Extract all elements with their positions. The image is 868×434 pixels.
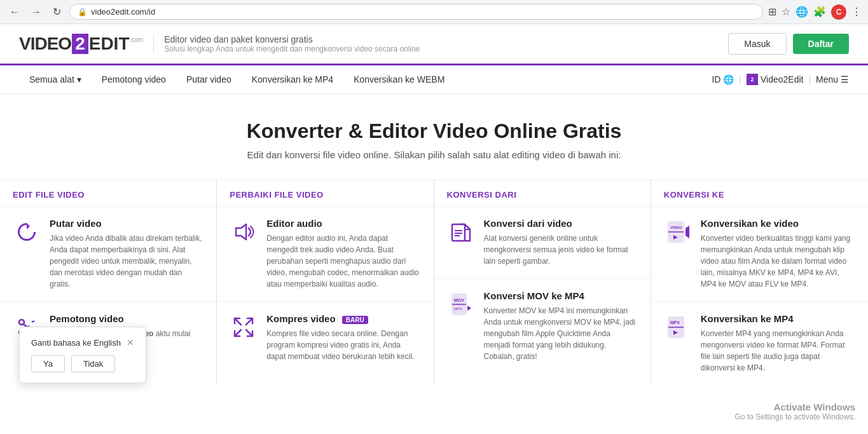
nav-menu-text: Menu ☰	[816, 74, 849, 85]
svg-marker-5	[236, 224, 246, 240]
popup-title: Ganti bahasa ke English	[31, 338, 121, 348]
card-putar-video-content: Putar video Jika video Anda dibalik atau…	[50, 218, 203, 290]
card-konversikan-ke-video-desc: Konverter video berkualitas tinggi kami …	[701, 233, 855, 290]
logo-com-text: .com	[130, 36, 144, 43]
back-button[interactable]: ←	[6, 5, 23, 19]
svg-line-4	[32, 321, 34, 322]
column-konversi-dari: KONVERSI DARI Konversi dari video Alat k…	[434, 180, 651, 385]
popup-buttons: Ya Tidak	[31, 355, 134, 372]
card-konversi-mov-mp4-desc: Konverter MOV ke MP4 ini memungkinkan An…	[484, 305, 638, 362]
card-konversi-dari-video[interactable]: Konversi dari video Alat konversi generi…	[434, 206, 651, 278]
address-bar[interactable]: 🔒 video2edit.com/id	[69, 4, 763, 20]
card-editor-audio-desc: Dengan editor audio ini, Anda dapat meng…	[266, 233, 420, 290]
tagline-main: Editor video dan paket konversi gratis	[164, 34, 420, 44]
convert-from-icon	[447, 218, 475, 246]
nav-brand-text: Video2Edit	[761, 74, 803, 85]
column-header-konversi-dari: KONVERSI DARI	[434, 180, 651, 206]
nav-right: ID 🌐 | 2 Video2Edit | Menu ☰	[712, 74, 849, 85]
card-pemotong-video-title: Pemotong video	[50, 313, 203, 324]
card-konversi-dari-video-content: Konversi dari video Alat konversi generi…	[484, 218, 638, 267]
card-konversi-dari-video-title: Konversi dari video	[484, 218, 638, 229]
svg-line-9	[246, 330, 252, 336]
card-konversikan-ke-mp4-title: Konversikan ke MP4	[701, 313, 855, 324]
card-kompres-video-title: Kompres video BARU	[266, 313, 420, 324]
extension-icon-2[interactable]: 🧩	[813, 6, 826, 18]
column-header-perbaiki: PERBAIKI FILE VIDEO	[217, 180, 433, 206]
nav-semua-alat[interactable]: Semua alat ▾	[19, 65, 92, 93]
column-konversi-ke: KONVERSI KE VIDEO Konversikan ke video K…	[651, 180, 868, 385]
nav-pemotong-video[interactable]: Pemotong video	[92, 65, 176, 93]
popup-header: Ganti bahasa ke English ✕	[31, 337, 134, 348]
svg-text:MOV: MOV	[454, 298, 464, 302]
card-kompres-video-content: Kompres video BARU Kompres file video se…	[266, 313, 420, 362]
popup-close-button[interactable]: ✕	[127, 337, 134, 348]
site-header: VIDEO 2 EDIT .com Editor video dan paket…	[0, 24, 868, 65]
nav-konversi-mp4[interactable]: Konversikan ke MP4	[242, 65, 343, 93]
card-editor-audio-content: Editor audio Dengan editor audio ini, An…	[266, 218, 420, 290]
svg-text:VIDEO: VIDEO	[670, 226, 682, 229]
card-editor-audio[interactable]: Editor audio Dengan editor audio ini, An…	[217, 206, 433, 301]
card-konversikan-ke-video[interactable]: VIDEO Konversikan ke video Konverter vid…	[651, 206, 868, 301]
nav-video2edit[interactable]: 2 Video2Edit	[747, 74, 803, 85]
forward-button[interactable]: →	[28, 5, 45, 19]
svg-line-7	[246, 318, 252, 325]
svg-line-6	[235, 318, 241, 325]
svg-text:MP4: MP4	[454, 307, 462, 311]
translate-icon[interactable]: ⊞	[768, 6, 776, 18]
nav-konversi-webm[interactable]: Konversikan ke WEBM	[343, 65, 455, 93]
card-kompres-video-desc: Kompres file video secara online. Dengan…	[266, 328, 420, 362]
nav-putar-video[interactable]: Putar video	[176, 65, 242, 93]
svg-line-8	[235, 330, 241, 336]
column-perbaiki-file-video: PERBAIKI FILE VIDEO Editor audio Dengan …	[217, 180, 434, 385]
site-logo[interactable]: VIDEO 2 EDIT .com	[19, 34, 143, 54]
file-video-icon: VIDEO	[664, 218, 692, 246]
more-options-icon[interactable]: ⋮	[851, 6, 862, 18]
nav-divider-2: |	[808, 74, 811, 85]
nav-brand-icon: 2	[747, 74, 758, 85]
url-text: video2edit.com/id	[91, 7, 155, 17]
column-header-konversi-ke: KONVERSI KE	[651, 180, 868, 206]
header-buttons: Masuk Daftar	[728, 33, 849, 55]
card-kompres-video[interactable]: Kompres video BARU Kompres file video se…	[217, 301, 433, 374]
nav-menu[interactable]: Menu ☰	[816, 74, 849, 85]
svg-text:MP4: MP4	[670, 320, 680, 325]
logo-video-text: VIDEO	[19, 34, 71, 54]
popup-tidak-button[interactable]: Tidak	[71, 355, 115, 372]
card-konversi-dari-video-desc: Alat konversi generik online untuk mengk…	[484, 233, 638, 267]
reload-button[interactable]: ↻	[50, 4, 64, 19]
hero-subtitle: Edit dan konversi file video online. Sil…	[13, 149, 855, 160]
nav-language[interactable]: ID 🌐	[712, 74, 734, 85]
bookmark-icon[interactable]: ☆	[782, 6, 790, 18]
logo-2-text: 2	[72, 34, 88, 54]
daftar-button[interactable]: Daftar	[793, 34, 849, 54]
card-konversikan-ke-mp4-content: Konversikan ke MP4 Konverter MP4 yang me…	[701, 313, 855, 374]
card-konversikan-ke-mp4[interactable]: MP4 Konversikan ke MP4 Konverter MP4 yan…	[651, 301, 868, 385]
rotate-icon	[13, 218, 41, 246]
browser-toolbar: ⊞ ☆ 🌐 🧩 C ⋮	[768, 4, 862, 20]
popup-ya-button[interactable]: Ya	[31, 355, 65, 372]
extension-icon-1[interactable]: 🌐	[796, 6, 808, 18]
card-putar-video[interactable]: Putar video Jika video Anda dibalik atau…	[0, 206, 216, 301]
tagline-sub: Solusi lengkap Anda untuk mengedit dan m…	[164, 44, 420, 53]
masuk-button[interactable]: Masuk	[728, 33, 786, 55]
nav-divider-1: |	[739, 74, 741, 85]
file-mp4-icon: MP4	[664, 313, 692, 341]
card-konversikan-ke-mp4-desc: Konverter MP4 yang memungkinkan Anda men…	[701, 328, 855, 374]
lock-icon: 🔒	[78, 8, 87, 17]
account-avatar[interactable]: C	[831, 4, 846, 20]
compress-icon	[230, 313, 258, 341]
card-konversi-mov-mp4[interactable]: MOV MP4 Konversi MOV ke MP4 Konverter MO…	[434, 278, 651, 374]
card-putar-video-desc: Jika video Anda dibalik atau direkam ter…	[50, 233, 203, 290]
browser-bar: ← → ↻ 🔒 video2edit.com/id ⊞ ☆ 🌐 🧩 C ⋮	[0, 0, 868, 24]
language-change-popup: Ganti bahasa ke English ✕ Ya Tidak	[19, 327, 146, 383]
logo-edit-text: EDIT	[89, 34, 130, 54]
lang-text: ID 🌐	[712, 74, 734, 85]
card-konversi-mov-mp4-title: Konversi MOV ke MP4	[484, 290, 638, 301]
card-editor-audio-title: Editor audio	[266, 218, 420, 229]
file-mov-icon: MOV MP4	[447, 290, 475, 318]
column-header-edit: EDIT FILE VIDEO	[0, 180, 216, 206]
card-konversi-mov-mp4-content: Konversi MOV ke MP4 Konverter MOV ke MP4…	[484, 290, 638, 362]
tagline: Editor video dan paket konversi gratis S…	[153, 34, 420, 53]
site-nav: Semua alat ▾ Pemotong video Putar video …	[0, 65, 868, 94]
hero-title: Konverter & Editor Video Online Gratis	[13, 119, 855, 143]
